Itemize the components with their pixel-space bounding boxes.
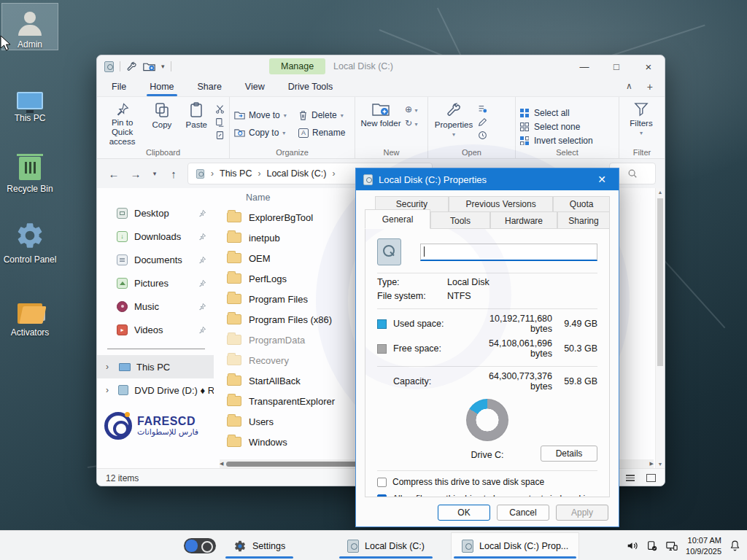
delete-button[interactable]: Delete▾ bbox=[298, 110, 358, 120]
tab-drive-tools[interactable]: Drive Tools bbox=[288, 82, 333, 92]
move-to-button[interactable]: Move to▾ bbox=[234, 110, 298, 120]
tab-home[interactable]: Home bbox=[150, 82, 174, 92]
tab-share[interactable]: Share bbox=[198, 82, 222, 92]
index-checkbox[interactable]: ✓ bbox=[377, 494, 387, 497]
desktop-icon-this-pc[interactable]: This PC bbox=[1, 77, 58, 123]
tab-sharing[interactable]: Sharing bbox=[557, 211, 610, 229]
pin-quick-access-button[interactable]: Pin to Quick access bbox=[101, 102, 143, 147]
tab-general[interactable]: General bbox=[365, 209, 430, 229]
add-tab-icon[interactable]: + bbox=[647, 81, 653, 93]
copy-to-button[interactable]: Copy to▾ bbox=[234, 128, 298, 138]
dialog-close-icon[interactable]: ✕ bbox=[592, 174, 611, 185]
ribbon-collapse-icon[interactable]: ∧ bbox=[626, 81, 632, 93]
network-display-icon[interactable] bbox=[665, 540, 678, 552]
forward-icon[interactable]: → bbox=[128, 168, 144, 180]
filters-button[interactable]: Filters ▾ bbox=[624, 102, 659, 147]
copy-icon bbox=[155, 102, 169, 118]
list-view-icon[interactable] bbox=[626, 475, 635, 481]
scroll-down-icon[interactable]: ▼ bbox=[656, 462, 665, 467]
pictures-icon bbox=[117, 278, 128, 289]
sidebar-item-documents[interactable]: Documents bbox=[97, 248, 214, 271]
properties-list-icon[interactable] bbox=[478, 104, 487, 114]
tray-clock[interactable]: 10:07 AM 10/9/2025 bbox=[686, 535, 721, 556]
properties-button[interactable]: Properties ▾ bbox=[433, 102, 475, 147]
details-button[interactable]: Details bbox=[541, 446, 597, 462]
notifications-bell-icon[interactable] bbox=[729, 540, 741, 552]
tab-file[interactable]: File bbox=[112, 82, 126, 92]
wrench-icon[interactable] bbox=[126, 61, 137, 72]
desktop-icon-control-panel[interactable]: Control Panel bbox=[1, 219, 58, 265]
drive-letter-label: Drive C: bbox=[471, 450, 503, 460]
tab-previous-versions[interactable]: Previous Versions bbox=[449, 196, 554, 211]
new-item-icon[interactable]: ⊕ ▾ bbox=[405, 104, 417, 114]
scrollbar-thumb[interactable] bbox=[657, 198, 663, 366]
tab-view[interactable]: View bbox=[245, 82, 265, 92]
index-checkbox-row[interactable]: ✓ Allow files on this drive to have cont… bbox=[365, 488, 609, 497]
usb-eject-icon[interactable] bbox=[646, 540, 658, 552]
paste-shortcut-icon[interactable] bbox=[215, 131, 225, 140]
taskbar-item-local-disk-properties[interactable]: Local Disk (C:) Prop... bbox=[451, 532, 579, 559]
tab-hardware[interactable]: Hardware bbox=[490, 211, 557, 229]
cancel-button[interactable]: Cancel bbox=[497, 505, 549, 521]
vertical-scrollbar[interactable]: ▲ ▼ bbox=[655, 188, 665, 468]
scroll-left-icon[interactable]: ◀ bbox=[220, 461, 223, 467]
filesystem-label: File system: bbox=[377, 291, 447, 301]
apply-button[interactable]: Apply bbox=[556, 505, 608, 521]
sidebar-item-desktop[interactable]: Desktop bbox=[97, 201, 214, 225]
used-space-swatch bbox=[377, 319, 387, 329]
capacity-bytes: 64,300,773,376 bytes bbox=[466, 371, 552, 392]
start-toggle[interactable] bbox=[184, 538, 216, 553]
tab-quota[interactable]: Quota bbox=[553, 196, 610, 211]
manage-tab[interactable]: Manage bbox=[269, 58, 325, 74]
new-folder-button[interactable]: New folder bbox=[360, 102, 402, 147]
sidebar-item-this-pc[interactable]: › This PC bbox=[97, 355, 214, 378]
volume-icon[interactable] bbox=[627, 540, 639, 551]
ok-button[interactable]: OK bbox=[438, 505, 490, 521]
compress-checkbox-row[interactable]: Compress this drive to save disk space bbox=[365, 471, 609, 488]
invert-selection-button[interactable]: Invert selection bbox=[520, 136, 593, 146]
separator bbox=[171, 61, 171, 71]
easy-access-icon[interactable]: ↻ ▾ bbox=[405, 118, 417, 128]
taskbar-item-settings[interactable]: Settings bbox=[223, 532, 295, 559]
edit-pencil-icon[interactable] bbox=[478, 117, 487, 127]
taskbar-item-local-disk[interactable]: Local Disk (C:) bbox=[337, 532, 435, 559]
chevron-down-icon[interactable]: ▾ bbox=[161, 63, 165, 70]
scroll-right-icon[interactable]: ▶ bbox=[650, 461, 654, 467]
select-all-button[interactable]: Select all bbox=[520, 108, 593, 118]
desktop-icon-activators[interactable]: Activators bbox=[1, 292, 58, 338]
history-clock-icon[interactable] bbox=[478, 131, 487, 140]
sidebar-item-downloads[interactable]: ↓ Downloads bbox=[97, 225, 214, 248]
desktop-icon-label: Activators bbox=[1, 327, 58, 338]
folder-icon bbox=[227, 314, 241, 324]
select-none-button[interactable]: Select none bbox=[520, 122, 593, 132]
chevron-right-icon[interactable]: › bbox=[106, 362, 113, 372]
folder-icon bbox=[227, 273, 241, 284]
desktop-icon-recycle-bin[interactable]: Recycle Bin bbox=[1, 148, 58, 194]
rename-button[interactable]: A Rename bbox=[298, 128, 358, 138]
recent-locations-icon[interactable]: ▾ bbox=[150, 170, 160, 177]
copy-button[interactable]: Copy bbox=[146, 102, 177, 147]
volume-label-input[interactable] bbox=[420, 244, 597, 261]
sidebar-item-music[interactable]: Music bbox=[97, 295, 214, 318]
minimize-button[interactable]: — bbox=[568, 55, 600, 77]
copy-path-icon[interactable] bbox=[215, 117, 225, 127]
thumbnail-view-icon[interactable] bbox=[646, 474, 656, 482]
item-count: 12 items bbox=[106, 473, 139, 483]
compress-checkbox[interactable] bbox=[377, 478, 387, 487]
sidebar-item-dvd-drive[interactable]: › DVD Drive (D:) ♦ Ra bbox=[97, 378, 214, 402]
tab-tools[interactable]: Tools bbox=[430, 211, 490, 229]
back-icon[interactable]: ← bbox=[106, 168, 122, 180]
new-folder-quick-icon[interactable] bbox=[143, 61, 155, 72]
sidebar-item-pictures[interactable]: Pictures bbox=[97, 271, 214, 295]
ribbon-group-organize: Move to▾ Delete▾ Copy to▾ A Rename bbox=[230, 97, 355, 158]
cut-icon[interactable] bbox=[215, 104, 225, 114]
breadcrumb-local-disk[interactable]: Local Disk (C:) bbox=[266, 168, 326, 179]
maximize-button[interactable]: □ bbox=[600, 55, 632, 77]
chevron-right-icon[interactable]: › bbox=[106, 385, 112, 395]
sidebar-item-videos[interactable]: ▸ Videos bbox=[97, 318, 214, 341]
paste-button[interactable]: Paste bbox=[181, 102, 212, 147]
up-icon[interactable]: ↑ bbox=[166, 168, 182, 180]
scroll-up-icon[interactable]: ▲ bbox=[656, 190, 665, 195]
close-button[interactable]: × bbox=[632, 55, 665, 77]
breadcrumb-this-pc[interactable]: This PC bbox=[220, 168, 252, 179]
